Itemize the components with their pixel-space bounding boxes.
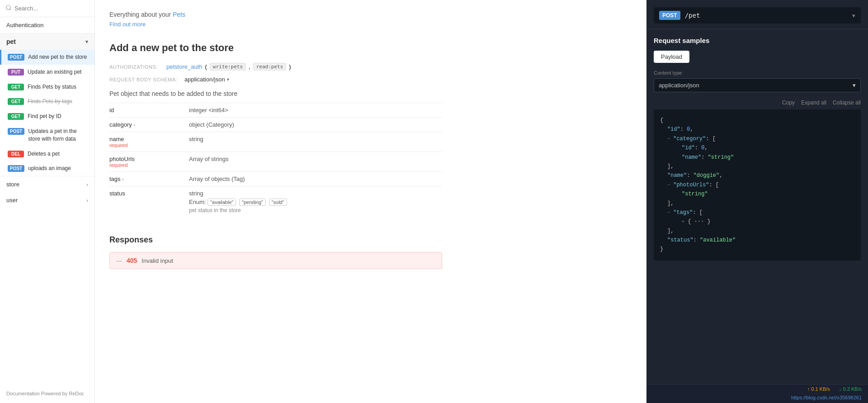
search-input[interactable] (14, 5, 89, 12)
field-name: status (109, 190, 125, 197)
content-type-label: Content type (654, 70, 861, 76)
del-badge: DEL (8, 151, 24, 157)
right-panel-top: POST /pet ▾ (646, 0, 868, 29)
body-schema-label: REQUEST BODY SCHEMA: (109, 77, 182, 82)
redoc-link[interactable]: Documentation Powered by ReDoc (6, 391, 84, 396)
get-badge: GET (8, 113, 24, 120)
field-name: category › (109, 121, 135, 128)
field-type: integer <int64> (189, 107, 442, 114)
sidebar-item-delete-pet[interactable]: DEL Deletes a pet (0, 147, 94, 161)
field-photoUrls: photoUrls required Array of strings (109, 152, 442, 171)
response-row-405[interactable]: — 405 Invalid input (109, 252, 442, 269)
field-required: required (109, 162, 182, 168)
post-badge: POST (8, 54, 24, 61)
enum-values: Enum: "available" "pending" "sold" (189, 199, 442, 206)
chevron-down-icon[interactable]: ▾ (852, 12, 855, 19)
enum-available: "available" (208, 199, 236, 206)
field-name: tags › (109, 175, 124, 182)
body-schema-value: application/json (184, 76, 225, 83)
comma: , (249, 63, 250, 70)
sidebar-item-label: Find pet by ID (28, 113, 61, 120)
auth-link[interactable]: petstore_auth (166, 63, 203, 70)
enum-pending: "pending" (239, 199, 266, 206)
field-type: object (Category) (189, 121, 442, 128)
response-desc: Invalid input (142, 257, 173, 264)
sidebar-item-update-pet[interactable]: PUT Update an existing pet (0, 65, 94, 80)
auth-scope-read: read:pets (253, 63, 287, 71)
collapse-all-button[interactable]: Collapse all (833, 100, 861, 106)
get-badge: GET (8, 98, 24, 105)
field-type: string (189, 136, 442, 142)
auth-label: AUTHORIZATIONS: (109, 64, 164, 70)
sidebar-user-label: user (6, 197, 18, 204)
sidebar-item-label: Deletes a pet (28, 150, 60, 158)
sidebar-item-label: Update an existing pet (28, 68, 81, 76)
post-badge: POST (8, 128, 24, 135)
endpoint-bar: POST /pet ▾ (654, 7, 861, 24)
response-dash: — (116, 257, 122, 264)
put-badge: PUT (8, 69, 24, 76)
sidebar-item-label: Add new pet to the store (28, 53, 87, 61)
chevron-down-icon: ▾ (853, 82, 856, 89)
content-type-select[interactable]: application/json ▾ (654, 78, 861, 92)
pet-description: Pet object that needs to be added to the… (109, 90, 442, 97)
main-content: Everything about your Pets Find out more… (95, 0, 646, 403)
search-bar[interactable] (0, 0, 94, 17)
pets-link[interactable]: Pets (173, 11, 185, 18)
find-out-more-link[interactable]: Find out more (109, 21, 442, 28)
endpoint-title: Add a new pet to the store (109, 42, 442, 54)
sidebar-item-update-form[interactable]: POST Updates a pet in the store with for… (0, 124, 94, 147)
sidebar-item-upload-image[interactable]: POST uploads an image (0, 161, 94, 176)
field-name: photoUrls (109, 156, 135, 162)
sidebar-item-finds-by-tags[interactable]: GET Finds Pets by tags (0, 94, 94, 109)
sidebar-authentication[interactable]: Authentication (0, 17, 94, 33)
main-description: Everything about your Pets (109, 11, 442, 18)
field-status: status string Enum: "available" "pending… (109, 186, 442, 217)
response-code: 405 (127, 257, 137, 264)
right-panel: POST /pet ▾ Request samples Payload Cont… (646, 0, 868, 403)
paren-open: ( (205, 63, 207, 70)
body-schema-row: REQUEST BODY SCHEMA: application/json ▾ (109, 76, 442, 83)
sidebar-store-label: store (6, 181, 19, 188)
field-name: id (109, 107, 114, 114)
field-type: string Enum: "available" "pending" "sold… (189, 190, 442, 213)
code-block: { "id": 0, − "category": [ "id": 0, "nam… (654, 109, 861, 261)
auth-row: AUTHORIZATIONS: petstore_auth ( write:pe… (109, 63, 442, 71)
payload-button[interactable]: Payload (654, 51, 689, 63)
field-name-row: name required string (109, 132, 442, 152)
status-download: ↓ 0.3 KB/s (839, 386, 862, 392)
body-schema-select[interactable]: application/json ▾ (184, 76, 229, 83)
status-bar: ↑ 0.1 KB/s ↓ 0.3 KB/s (646, 384, 868, 394)
status-upload: ↑ 0.1 KB/s (807, 386, 830, 392)
sidebar-pet-section: pet ▾ POST Add new pet to the store PUT … (0, 33, 94, 176)
code-toolbar: Copy Expand all Collapse all (654, 100, 861, 106)
sidebar-store-section[interactable]: store › (0, 176, 94, 192)
sidebar-item-add-pet[interactable]: POST Add new pet to the store (0, 50, 94, 65)
content-type-value: application/json (659, 82, 699, 89)
sidebar-footer: Documentation Powered by ReDoc (0, 384, 94, 403)
responses-title: Responses (109, 235, 442, 245)
sidebar-item-find-by-id[interactable]: GET Find pet by ID (0, 109, 94, 124)
field-id: id integer <int64> (109, 103, 442, 117)
sidebar-item-label: Finds Pets by status (28, 83, 76, 91)
url-text: https://blog.csdn.net/x35698261 (791, 395, 862, 400)
sidebar-pet-header[interactable]: pet ▾ (0, 33, 94, 50)
field-type: Array of objects (Tag) (189, 175, 442, 182)
search-icon (5, 5, 12, 12)
endpoint-bar-left: POST /pet (659, 11, 700, 20)
sidebar: Authentication pet ▾ POST Add new pet to… (0, 0, 95, 403)
get-badge: GET (8, 84, 24, 90)
sidebar-user-section[interactable]: user › (0, 192, 94, 208)
chevron-right-icon: › (86, 198, 88, 203)
post-badge: POST (8, 165, 24, 172)
chevron-right-icon: › (86, 182, 88, 187)
copy-button[interactable]: Copy (782, 100, 795, 106)
field-type: Array of strings (189, 156, 442, 162)
svg-point-0 (6, 5, 10, 9)
sidebar-item-finds-by-status[interactable]: GET Finds Pets by status (0, 80, 94, 95)
expand-all-button[interactable]: Expand all (801, 100, 826, 106)
responses-section: Responses — 405 Invalid input (109, 235, 442, 269)
sidebar-item-label: uploads an image (28, 165, 71, 172)
field-description: pet status in the store (189, 207, 442, 213)
chevron-down-icon: ▾ (85, 39, 88, 45)
